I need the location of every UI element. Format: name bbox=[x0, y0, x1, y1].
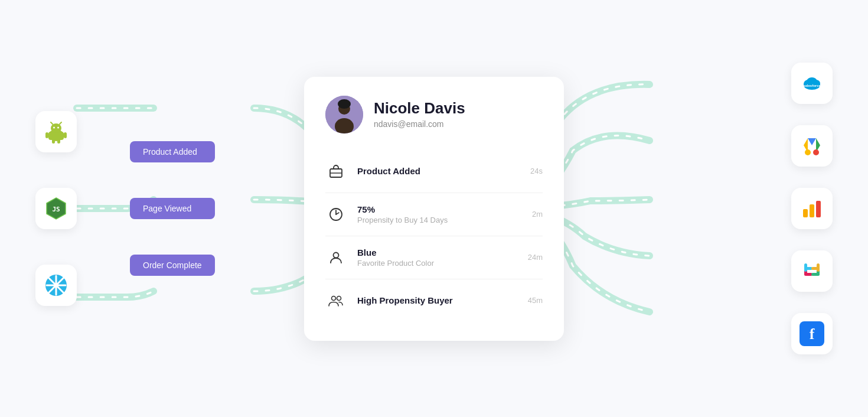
order-complete-pill: Order Complete bbox=[130, 255, 215, 276]
group-icon bbox=[325, 290, 347, 311]
facebook-destination-icon: f bbox=[791, 313, 833, 354]
row-color-subtitle: Favorite Product Color bbox=[357, 259, 517, 268]
svg-point-29 bbox=[337, 296, 341, 300]
row-color-title: Blue bbox=[357, 247, 517, 258]
main-scene: JS Product Added Page Viewed bbox=[0, 0, 868, 417]
svg-point-27 bbox=[334, 252, 339, 258]
card-row-buyer: High Propensity Buyer 45m bbox=[325, 279, 543, 322]
card-name: Nicole Davis bbox=[374, 100, 465, 117]
svg-line-6 bbox=[60, 122, 61, 124]
svg-text:salesforce: salesforce bbox=[803, 84, 821, 87]
svg-point-28 bbox=[332, 296, 336, 300]
product-added-pill: Product Added bbox=[130, 141, 215, 162]
svg-text:JS: JS bbox=[52, 206, 60, 213]
svg-point-22 bbox=[338, 99, 351, 109]
card-row-color: Blue Favorite Product Color 24m bbox=[325, 236, 543, 279]
card-row-product-added: Product Added 24s bbox=[325, 150, 543, 193]
svg-line-5 bbox=[51, 122, 53, 124]
person-icon bbox=[325, 247, 347, 268]
row-buyer-title: High Propensity Buyer bbox=[357, 295, 517, 305]
row-color-content: Blue Favorite Product Color bbox=[357, 247, 517, 268]
android-source-icon bbox=[35, 111, 77, 152]
profile-card: Nicole Davis ndavis@email.com Product Ad… bbox=[304, 77, 564, 341]
svg-point-4 bbox=[57, 127, 59, 129]
row-propensity-subtitle: Propensity to Buy 14 Days bbox=[357, 216, 521, 224]
salesforce-destination-icon: salesforce bbox=[791, 63, 833, 104]
card-row-propensity: 75% Propensity to Buy 14 Days 2m bbox=[325, 193, 543, 236]
svg-rect-49 bbox=[804, 263, 807, 272]
svg-point-19 bbox=[54, 283, 58, 288]
svg-rect-9 bbox=[52, 139, 55, 144]
svg-rect-42 bbox=[810, 204, 814, 217]
svg-point-2 bbox=[51, 123, 61, 133]
row-propensity-title: 75% bbox=[357, 204, 521, 214]
card-header: Nicole Davis ndavis@email.com bbox=[325, 96, 543, 133]
row-color-time: 24m bbox=[528, 253, 543, 262]
svg-rect-45 bbox=[804, 273, 812, 276]
row-buyer-time: 45m bbox=[528, 296, 543, 305]
propensity-icon bbox=[325, 204, 347, 225]
svg-rect-1 bbox=[48, 132, 64, 140]
svg-rect-10 bbox=[57, 139, 60, 144]
row-product-added-time: 24s bbox=[530, 167, 543, 175]
row-propensity-time: 2m bbox=[532, 210, 543, 219]
svg-text:f: f bbox=[810, 325, 815, 343]
svg-point-3 bbox=[53, 127, 55, 129]
row-product-added-title: Product Added bbox=[357, 166, 520, 176]
looker-destination-icon bbox=[791, 188, 833, 229]
card-email: ndavis@email.com bbox=[374, 119, 465, 129]
svg-rect-41 bbox=[803, 209, 808, 217]
svg-rect-47 bbox=[811, 273, 820, 276]
avatar bbox=[325, 96, 363, 133]
svg-marker-37 bbox=[808, 138, 816, 145]
svg-rect-8 bbox=[64, 132, 67, 138]
svg-rect-51 bbox=[817, 263, 820, 272]
left-event-pills: Product Added Page Viewed Order Complete bbox=[130, 141, 215, 276]
snowflake-source-icon bbox=[35, 265, 77, 306]
left-sources: JS bbox=[35, 111, 77, 306]
slack-destination-icon bbox=[791, 250, 833, 292]
svg-rect-7 bbox=[45, 132, 48, 138]
row-buyer-content: High Propensity Buyer bbox=[357, 295, 517, 305]
svg-point-40 bbox=[813, 149, 819, 155]
right-destinations: salesforce bbox=[791, 63, 833, 354]
row-product-added-content: Product Added bbox=[357, 166, 520, 176]
svg-rect-43 bbox=[816, 201, 821, 217]
page-viewed-pill: Page Viewed bbox=[130, 198, 215, 219]
google-ads-destination-icon bbox=[791, 125, 833, 167]
row-propensity-content: 75% Propensity to Buy 14 Days bbox=[357, 204, 521, 224]
nodejs-source-icon: JS bbox=[35, 188, 77, 229]
briefcase-icon bbox=[325, 161, 347, 182]
svg-point-39 bbox=[805, 149, 811, 155]
card-user-info: Nicole Davis ndavis@email.com bbox=[374, 100, 465, 129]
